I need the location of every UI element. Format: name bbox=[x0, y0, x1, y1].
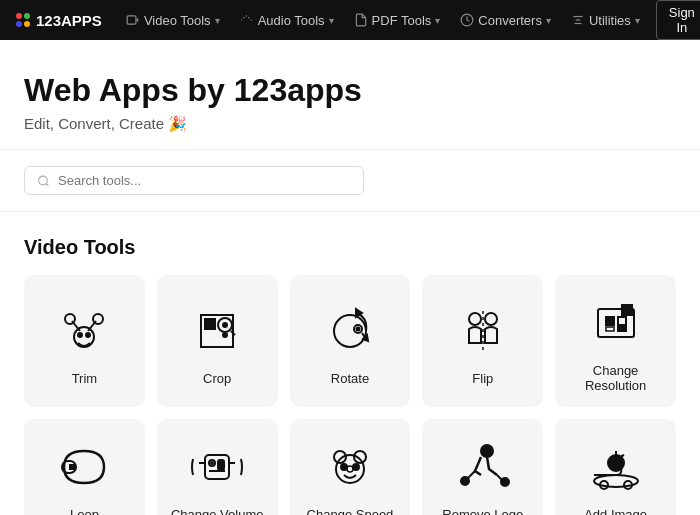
remove-logo-icon bbox=[451, 435, 515, 499]
search-input[interactable] bbox=[58, 173, 351, 188]
resolution-label: Change Resolution bbox=[563, 363, 668, 393]
video-icon bbox=[126, 13, 140, 27]
video-tools-section: Video Tools Trim bbox=[0, 212, 700, 515]
svg-rect-31 bbox=[618, 317, 626, 325]
rotate-label: Rotate bbox=[331, 371, 369, 386]
nav-video-tools[interactable]: Video Tools ▾ bbox=[118, 0, 228, 40]
audio-icon bbox=[240, 13, 254, 27]
tool-trim[interactable]: Trim bbox=[24, 275, 145, 407]
logo[interactable]: 123APPS bbox=[16, 12, 102, 29]
svg-point-49 bbox=[353, 464, 359, 470]
svg-point-51 bbox=[481, 445, 493, 457]
volume-label: Change Volume bbox=[171, 507, 264, 515]
svg-point-11 bbox=[93, 314, 103, 324]
svg-point-12 bbox=[78, 333, 82, 337]
chevron-down-icon: ▾ bbox=[635, 15, 640, 26]
svg-rect-0 bbox=[127, 16, 136, 24]
search-icon bbox=[37, 174, 50, 188]
svg-rect-35 bbox=[624, 307, 630, 313]
svg-rect-41 bbox=[218, 460, 224, 470]
svg-rect-30 bbox=[606, 317, 614, 325]
rotate-icon bbox=[318, 299, 382, 363]
svg-rect-37 bbox=[70, 465, 74, 469]
svg-point-40 bbox=[211, 462, 213, 464]
search-area bbox=[0, 150, 700, 212]
nav-pdf-tools-label: PDF Tools bbox=[372, 13, 432, 28]
hero-section: Web Apps by 123apps Edit, Convert, Creat… bbox=[0, 40, 700, 150]
converters-icon bbox=[460, 13, 474, 27]
remove-logo-label: Remove Logo bbox=[442, 507, 523, 515]
nav-utilities-label: Utilities bbox=[589, 13, 631, 28]
nav-audio-tools[interactable]: Audio Tools ▾ bbox=[232, 0, 342, 40]
svg-point-10 bbox=[65, 314, 75, 324]
logo-dots bbox=[16, 13, 30, 27]
sign-in-button[interactable]: Sign In bbox=[656, 0, 700, 40]
loop-icon bbox=[52, 435, 116, 499]
flip-label: Flip bbox=[472, 371, 493, 386]
tool-add-image[interactable]: Add Image bbox=[555, 419, 676, 515]
svg-rect-33 bbox=[618, 327, 626, 331]
pdf-icon bbox=[354, 13, 368, 27]
chevron-down-icon: ▾ bbox=[546, 15, 551, 26]
tool-rotate[interactable]: Rotate bbox=[290, 275, 411, 407]
svg-point-48 bbox=[341, 464, 347, 470]
svg-point-17 bbox=[223, 323, 227, 327]
svg-point-19 bbox=[222, 332, 228, 338]
svg-point-50 bbox=[347, 466, 353, 472]
crop-icon bbox=[185, 299, 249, 363]
tool-volume[interactable]: Change Volume bbox=[157, 419, 278, 515]
search-bar bbox=[24, 166, 364, 195]
trim-icon bbox=[52, 299, 116, 363]
tool-loop[interactable]: Loop bbox=[24, 419, 145, 515]
tool-flip[interactable]: Flip bbox=[422, 275, 543, 407]
volume-icon bbox=[185, 435, 249, 499]
svg-line-6 bbox=[46, 183, 48, 185]
add-image-icon bbox=[584, 435, 648, 499]
flip-icon bbox=[451, 299, 515, 363]
chevron-down-icon: ▾ bbox=[215, 15, 220, 26]
utilities-icon bbox=[571, 13, 585, 27]
tool-speed[interactable]: Change Speed bbox=[290, 419, 411, 515]
trim-label: Trim bbox=[72, 371, 98, 386]
navbar: 123APPS Video Tools ▾ Audio Tools ▾ PDF … bbox=[0, 0, 700, 40]
loop-label: Loop bbox=[70, 507, 99, 515]
tool-remove-logo[interactable]: Remove Logo bbox=[422, 419, 543, 515]
crop-label: Crop bbox=[203, 371, 231, 386]
hero-subtitle: Edit, Convert, Create 🎉 bbox=[24, 115, 676, 133]
svg-line-18 bbox=[231, 331, 235, 335]
svg-point-55 bbox=[501, 478, 509, 486]
tool-crop[interactable]: Crop bbox=[157, 275, 278, 407]
svg-point-26 bbox=[469, 313, 481, 325]
resolution-icon bbox=[584, 291, 648, 355]
svg-point-5 bbox=[39, 176, 48, 185]
chevron-down-icon: ▾ bbox=[329, 15, 334, 26]
video-tools-grid: Trim Crop bbox=[24, 275, 676, 515]
nav-utilities[interactable]: Utilities ▾ bbox=[563, 0, 648, 40]
svg-point-23 bbox=[356, 327, 359, 330]
svg-point-7 bbox=[74, 327, 94, 347]
nav-converters-label: Converters bbox=[478, 13, 542, 28]
speed-icon bbox=[318, 435, 382, 499]
nav-converters[interactable]: Converters ▾ bbox=[452, 0, 559, 40]
logo-text: 123APPS bbox=[36, 12, 102, 29]
svg-rect-32 bbox=[606, 327, 614, 331]
nav-video-tools-label: Video Tools bbox=[144, 13, 211, 28]
tool-resolution[interactable]: Change Resolution bbox=[555, 275, 676, 407]
nav-pdf-tools[interactable]: PDF Tools ▾ bbox=[346, 0, 449, 40]
chevron-down-icon: ▾ bbox=[435, 15, 440, 26]
video-tools-title: Video Tools bbox=[24, 236, 676, 259]
hero-title: Web Apps by 123apps bbox=[24, 72, 676, 109]
speed-label: Change Speed bbox=[307, 507, 394, 515]
svg-rect-15 bbox=[205, 319, 215, 329]
svg-point-13 bbox=[86, 333, 90, 337]
svg-point-53 bbox=[461, 477, 469, 485]
nav-audio-tools-label: Audio Tools bbox=[258, 13, 325, 28]
svg-point-27 bbox=[485, 313, 497, 325]
add-image-label: Add Image bbox=[584, 507, 647, 515]
